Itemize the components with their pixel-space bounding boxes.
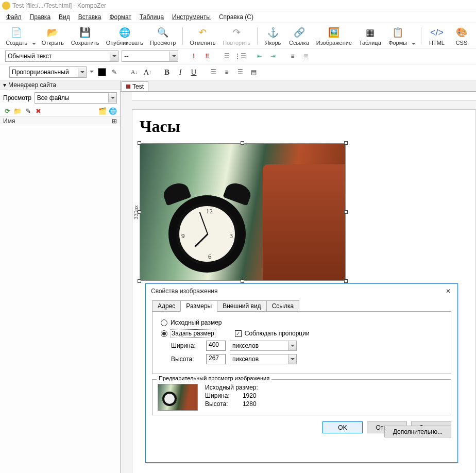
view-filter-combo[interactable]: Все файлы — [35, 92, 117, 104]
column-picker-icon[interactable]: ⊞ — [112, 117, 117, 125]
redo-button[interactable]: ↷Повторить — [220, 25, 252, 47]
css-button[interactable]: 🎨CSS — [450, 25, 473, 47]
dd-icon[interactable]: ≣ — [301, 51, 311, 61]
font-family-combo[interactable]: Пропорциональный — [9, 66, 87, 78]
paragraph-style-combo[interactable]: Обычный текст — [5, 50, 118, 62]
preview-width-value: 1920 — [243, 392, 258, 399]
create-button[interactable]: 📄Создать — [3, 25, 30, 47]
link-button[interactable]: 🔗Ссылка — [286, 25, 312, 47]
resize-handle-w[interactable] — [138, 210, 141, 214]
globe-icon[interactable]: 🌐 — [109, 107, 117, 115]
underline-icon[interactable]: U — [189, 67, 199, 77]
image-button[interactable]: 🖼️Изображение — [314, 25, 354, 47]
resize-handle-nw[interactable] — [138, 141, 141, 145]
advanced-button[interactable]: Дополнительно... — [384, 426, 451, 437]
height-unit-combo[interactable]: пикселов — [230, 354, 297, 364]
radio-custom-size[interactable] — [161, 330, 167, 337]
bold-icon[interactable]: B — [162, 67, 172, 77]
tab-content-size: Исходный размер Задать размер ✓ Соблюдат… — [152, 312, 451, 374]
font-dropdown-icon[interactable] — [90, 70, 95, 75]
menu-view[interactable]: Вид — [56, 12, 73, 22]
outdent-icon[interactable]: ⇤ — [254, 51, 265, 61]
menu-edit[interactable]: Правка — [27, 12, 54, 22]
strong-icon[interactable]: ‼ — [202, 51, 212, 61]
page-heading: Часы — [140, 117, 468, 136]
dialog-tabs: Адрес Размеры Внешний вид Ссылка — [152, 300, 451, 312]
ordered-list-icon[interactable]: ☰ — [222, 51, 232, 61]
table-button[interactable]: ▦Таблица — [356, 25, 384, 47]
align-left-icon[interactable]: ☰ — [208, 67, 218, 77]
emphasis-icon[interactable]: ! — [189, 51, 199, 61]
width-unit-combo[interactable]: пикселов — [230, 341, 297, 351]
menu-format[interactable]: Формат — [106, 12, 134, 22]
indent-icon[interactable]: ⇥ — [268, 51, 278, 61]
folder-icon[interactable]: 📁 — [13, 107, 22, 115]
tab-address[interactable]: Адрес — [152, 300, 181, 312]
undo-button[interactable]: ↶Отменить — [187, 25, 218, 47]
menu-table[interactable]: Таблица — [137, 12, 167, 22]
menu-help[interactable]: Справка (С) — [216, 12, 257, 22]
toolbar-separator — [421, 27, 421, 45]
edit-icon[interactable]: ✎ — [24, 107, 32, 115]
site-manager-panel: ▾Менеджер сайта Просмотр Все файлы ⟳ 📁 ✎… — [0, 80, 121, 473]
tab-link[interactable]: Ссылка — [266, 300, 299, 312]
anchor-button[interactable]: ⚓Якорь — [262, 25, 284, 47]
publish-sites-icon[interactable]: 🗂️ — [98, 107, 107, 115]
close-button[interactable]: ✕ — [441, 286, 455, 296]
text-color-swatch[interactable] — [98, 68, 106, 76]
publish-button[interactable]: 🌐Опубликовать — [104, 25, 145, 47]
selected-image[interactable]: 330px 12 3 6 9 — [140, 143, 346, 281]
undo-icon: ↶ — [196, 26, 209, 39]
keep-ratio-checkbox[interactable]: ✓ — [235, 330, 242, 337]
twisty-down-icon[interactable]: ▾ — [3, 81, 6, 89]
align-center-icon[interactable]: ≡ — [222, 67, 232, 77]
eyedropper-icon[interactable]: ✎ — [109, 67, 120, 77]
radio-original-label: Исходный размер — [171, 319, 222, 326]
preview-button[interactable]: 🔍Просмотр — [147, 25, 178, 47]
width-input[interactable]: 400 — [206, 341, 226, 351]
folder-open-icon: 📂 — [46, 26, 59, 39]
ok-button[interactable]: OK — [322, 421, 363, 433]
menu-file[interactable]: Файл — [3, 12, 25, 22]
clock-graphic: 12 3 6 9 — [161, 175, 253, 273]
html-icon: </> — [431, 26, 443, 39]
file-tree-header: Имя ⊞ — [0, 116, 120, 126]
open-button[interactable]: 📂Открыть — [39, 25, 66, 47]
resize-handle-se[interactable] — [344, 279, 348, 283]
tab-size[interactable]: Размеры — [180, 300, 217, 312]
title-bar: Test [file:/.../Test.html] - KompoZer — [0, 0, 476, 11]
resize-handle-sw[interactable] — [138, 279, 141, 283]
italic-icon[interactable]: I — [175, 67, 185, 77]
increase-font-icon[interactable]: A↑ — [142, 67, 152, 77]
radio-original-size[interactable] — [161, 319, 167, 326]
globe-upload-icon: 🌐 — [118, 26, 131, 39]
decrease-font-icon[interactable]: A↓ — [129, 67, 139, 77]
document-tab[interactable]: Test — [122, 81, 148, 91]
resize-handle-e[interactable] — [344, 210, 348, 214]
align-justify-icon[interactable]: ▤ — [248, 67, 259, 77]
menu-insert[interactable]: Вставка — [75, 12, 105, 22]
unordered-list-icon[interactable]: ⋮☰ — [235, 51, 245, 61]
height-input[interactable]: 267 — [206, 354, 226, 364]
preview-height-value: 1280 — [243, 400, 258, 408]
delete-icon[interactable]: ✖ — [34, 107, 42, 115]
class-combo[interactable]: -- — [122, 50, 178, 62]
dl-icon[interactable]: ≡ — [287, 51, 298, 61]
dialog-title-bar[interactable]: Свойства изображения ✕ — [146, 284, 457, 298]
chevron-down-icon — [288, 354, 296, 364]
create-dropdown-icon[interactable] — [32, 42, 37, 47]
horizontal-ruler[interactable] — [132, 92, 476, 101]
refresh-icon[interactable]: ⟳ — [3, 107, 11, 115]
align-right-icon[interactable]: ☰ — [235, 67, 245, 77]
preview-width-label: Ширина: — [205, 392, 231, 399]
resize-handle-s[interactable] — [241, 279, 244, 283]
forms-button[interactable]: 📋Формы — [386, 25, 410, 47]
tab-appearance[interactable]: Внешний вид — [217, 300, 266, 312]
html-source-button[interactable]: </>HTML — [426, 25, 448, 47]
menu-tools[interactable]: Инструменты — [169, 12, 214, 22]
resize-handle-ne[interactable] — [344, 141, 348, 145]
file-tree[interactable] — [0, 126, 120, 473]
save-button[interactable]: 💾Сохранить — [69, 25, 101, 47]
resize-handle-n[interactable] — [241, 141, 244, 145]
forms-dropdown-icon[interactable] — [412, 42, 417, 47]
